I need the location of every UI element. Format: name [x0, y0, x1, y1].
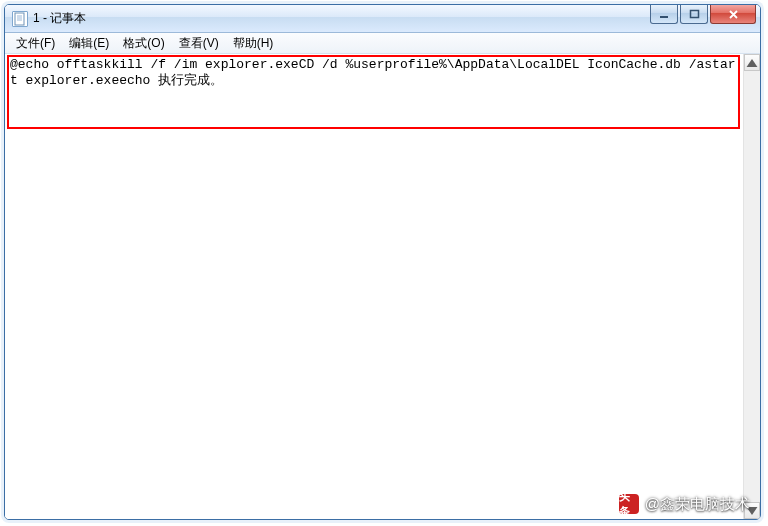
menu-edit[interactable]: 编辑(E): [62, 33, 116, 54]
text-editor[interactable]: @echo offtaskkill /f /im explorer.exeCD …: [5, 54, 742, 519]
scroll-up-button[interactable]: [744, 54, 760, 71]
svg-rect-5: [690, 10, 698, 17]
maximize-button[interactable]: [680, 5, 708, 24]
menubar: 文件(F) 编辑(E) 格式(O) 查看(V) 帮助(H): [5, 33, 760, 54]
menu-file[interactable]: 文件(F): [9, 33, 62, 54]
titlebar[interactable]: 1 - 记事本: [5, 5, 760, 33]
svg-rect-4: [660, 16, 668, 18]
menu-view[interactable]: 查看(V): [172, 33, 226, 54]
watermark-text: @鑫荣电脑技术: [645, 495, 750, 514]
minimize-button[interactable]: [650, 5, 678, 24]
menu-format[interactable]: 格式(O): [116, 33, 171, 54]
window-title: 1 - 记事本: [33, 10, 86, 27]
notepad-icon: [12, 11, 28, 27]
watermark-logo: 头条: [619, 494, 639, 514]
vertical-scrollbar[interactable]: [743, 54, 760, 519]
window-controls: [650, 5, 756, 24]
close-button[interactable]: [710, 5, 756, 24]
client-area: @echo offtaskkill /f /im explorer.exeCD …: [5, 54, 760, 519]
notepad-window: 1 - 记事本 文件(F) 编辑(E) 格式(O) 查看(V) 帮助(H) @e…: [4, 4, 761, 520]
svg-rect-0: [15, 13, 24, 25]
scroll-track[interactable]: [744, 71, 760, 502]
menu-help[interactable]: 帮助(H): [226, 33, 281, 54]
watermark: 头条 @鑫荣电脑技术: [619, 494, 750, 514]
